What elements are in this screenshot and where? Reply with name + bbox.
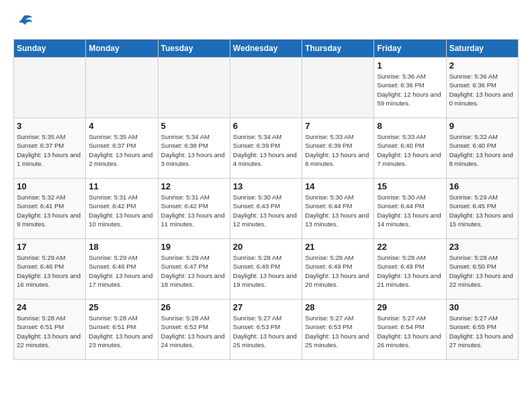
day-info: Sunrise: 5:28 AM Sunset: 6:48 PM Dayligh…: [233, 253, 299, 289]
calendar-cell: 26Sunrise: 5:28 AM Sunset: 6:52 PM Dayli…: [158, 300, 230, 360]
calendar-cell: 24Sunrise: 5:28 AM Sunset: 6:51 PM Dayli…: [14, 300, 86, 360]
weekday-header-monday: Monday: [86, 40, 158, 58]
day-number: 14: [305, 181, 371, 191]
day-info: Sunrise: 5:29 AM Sunset: 6:45 PM Dayligh…: [449, 193, 515, 228]
day-info: Sunrise: 5:28 AM Sunset: 6:49 PM Dayligh…: [305, 253, 371, 289]
calendar-cell: 14Sunrise: 5:30 AM Sunset: 6:44 PM Dayli…: [302, 179, 374, 239]
weekday-header-thursday: Thursday: [302, 40, 374, 58]
calendar-cell: 3Sunrise: 5:35 AM Sunset: 6:37 PM Daylig…: [14, 118, 86, 179]
day-number: 8: [377, 121, 443, 131]
weekday-header-friday: Friday: [374, 40, 446, 58]
calendar-cell: 13Sunrise: 5:30 AM Sunset: 6:43 PM Dayli…: [230, 179, 302, 239]
day-number: 5: [161, 121, 227, 131]
day-number: 25: [89, 302, 154, 312]
logo: [13, 13, 36, 32]
weekday-header-wednesday: Wednesday: [230, 40, 302, 58]
day-info: Sunrise: 5:27 AM Sunset: 6:53 PM Dayligh…: [233, 314, 299, 349]
day-number: 7: [305, 121, 371, 131]
calendar-cell: 10Sunrise: 5:32 AM Sunset: 6:41 PM Dayli…: [14, 179, 86, 239]
day-number: 30: [449, 302, 515, 312]
calendar-cell: 25Sunrise: 5:28 AM Sunset: 6:51 PM Dayli…: [86, 300, 158, 360]
day-info: Sunrise: 5:35 AM Sunset: 6:37 PM Dayligh…: [89, 132, 154, 168]
day-info: Sunrise: 5:32 AM Sunset: 6:40 PM Dayligh…: [449, 132, 515, 168]
calendar-cell: 29Sunrise: 5:27 AM Sunset: 6:54 PM Dayli…: [374, 300, 446, 360]
day-number: 15: [377, 181, 443, 191]
calendar-cell: 9Sunrise: 5:32 AM Sunset: 6:40 PM Daylig…: [446, 118, 518, 179]
day-number: 24: [17, 302, 83, 312]
day-info: Sunrise: 5:29 AM Sunset: 6:47 PM Dayligh…: [161, 253, 227, 289]
calendar-cell: 15Sunrise: 5:30 AM Sunset: 6:44 PM Dayli…: [374, 179, 446, 239]
day-number: 18: [89, 242, 154, 252]
day-info: Sunrise: 5:27 AM Sunset: 6:54 PM Dayligh…: [377, 314, 443, 349]
calendar-week-row: 1Sunrise: 5:36 AM Sunset: 6:36 PM Daylig…: [14, 58, 519, 118]
calendar-table: SundayMondayTuesdayWednesdayThursdayFrid…: [13, 39, 519, 360]
calendar-cell: [230, 58, 302, 118]
weekday-header-row: SundayMondayTuesdayWednesdayThursdayFrid…: [14, 40, 519, 58]
day-number: 9: [449, 121, 515, 131]
day-number: 23: [449, 242, 515, 252]
day-info: Sunrise: 5:29 AM Sunset: 6:46 PM Dayligh…: [17, 253, 83, 289]
day-number: 19: [161, 242, 227, 252]
day-info: Sunrise: 5:28 AM Sunset: 6:50 PM Dayligh…: [449, 253, 515, 289]
day-info: Sunrise: 5:33 AM Sunset: 6:40 PM Dayligh…: [377, 132, 443, 168]
day-number: 28: [305, 302, 371, 312]
day-number: 29: [377, 302, 443, 312]
weekday-header-tuesday: Tuesday: [158, 40, 230, 58]
day-info: Sunrise: 5:33 AM Sunset: 6:39 PM Dayligh…: [305, 132, 371, 168]
calendar-cell: 19Sunrise: 5:29 AM Sunset: 6:47 PM Dayli…: [158, 239, 230, 300]
day-info: Sunrise: 5:30 AM Sunset: 6:44 PM Dayligh…: [305, 193, 371, 228]
calendar-cell: 28Sunrise: 5:27 AM Sunset: 6:53 PM Dayli…: [302, 300, 374, 360]
calendar-cell: 2Sunrise: 5:36 AM Sunset: 6:36 PM Daylig…: [446, 58, 518, 118]
page-header: [13, 13, 519, 32]
calendar-cell: 21Sunrise: 5:28 AM Sunset: 6:49 PM Dayli…: [302, 239, 374, 300]
calendar-cell: 16Sunrise: 5:29 AM Sunset: 6:45 PM Dayli…: [446, 179, 518, 239]
day-number: 4: [89, 121, 154, 131]
day-info: Sunrise: 5:36 AM Sunset: 6:36 PM Dayligh…: [449, 72, 515, 107]
weekday-header-sunday: Sunday: [14, 40, 86, 58]
day-number: 13: [233, 181, 299, 191]
day-info: Sunrise: 5:30 AM Sunset: 6:44 PM Dayligh…: [377, 193, 443, 228]
calendar-cell: 20Sunrise: 5:28 AM Sunset: 6:48 PM Dayli…: [230, 239, 302, 300]
day-info: Sunrise: 5:30 AM Sunset: 6:43 PM Dayligh…: [233, 193, 299, 228]
calendar-week-row: 17Sunrise: 5:29 AM Sunset: 6:46 PM Dayli…: [14, 239, 519, 300]
day-number: 11: [89, 181, 154, 191]
calendar-cell: 11Sunrise: 5:31 AM Sunset: 6:42 PM Dayli…: [86, 179, 158, 239]
day-info: Sunrise: 5:32 AM Sunset: 6:41 PM Dayligh…: [17, 193, 83, 228]
calendar-cell: 23Sunrise: 5:28 AM Sunset: 6:50 PM Dayli…: [446, 239, 518, 300]
calendar-cell: 18Sunrise: 5:29 AM Sunset: 6:46 PM Dayli…: [86, 239, 158, 300]
day-number: 22: [377, 242, 443, 252]
day-number: 21: [305, 242, 371, 252]
logo-icon: [13, 13, 34, 32]
calendar-cell: 17Sunrise: 5:29 AM Sunset: 6:46 PM Dayli…: [14, 239, 86, 300]
calendar-cell: [158, 58, 230, 118]
day-info: Sunrise: 5:28 AM Sunset: 6:51 PM Dayligh…: [17, 314, 83, 349]
day-number: 3: [17, 121, 83, 131]
day-number: 20: [233, 242, 299, 252]
day-info: Sunrise: 5:35 AM Sunset: 6:37 PM Dayligh…: [17, 132, 83, 168]
day-info: Sunrise: 5:27 AM Sunset: 6:53 PM Dayligh…: [305, 314, 371, 349]
calendar-cell: 27Sunrise: 5:27 AM Sunset: 6:53 PM Dayli…: [230, 300, 302, 360]
calendar-cell: 8Sunrise: 5:33 AM Sunset: 6:40 PM Daylig…: [374, 118, 446, 179]
day-info: Sunrise: 5:27 AM Sunset: 6:55 PM Dayligh…: [449, 314, 515, 349]
day-info: Sunrise: 5:28 AM Sunset: 6:51 PM Dayligh…: [89, 314, 154, 349]
calendar-cell: 7Sunrise: 5:33 AM Sunset: 6:39 PM Daylig…: [302, 118, 374, 179]
calendar-cell: [86, 58, 158, 118]
calendar-cell: 6Sunrise: 5:34 AM Sunset: 6:39 PM Daylig…: [230, 118, 302, 179]
calendar-week-row: 10Sunrise: 5:32 AM Sunset: 6:41 PM Dayli…: [14, 179, 519, 239]
day-info: Sunrise: 5:34 AM Sunset: 6:38 PM Dayligh…: [161, 132, 227, 168]
weekday-header-saturday: Saturday: [446, 40, 518, 58]
day-number: 6: [233, 121, 299, 131]
calendar-cell: [302, 58, 374, 118]
day-number: 2: [449, 60, 515, 71]
day-number: 1: [377, 60, 443, 71]
calendar-cell: [14, 58, 86, 118]
day-info: Sunrise: 5:31 AM Sunset: 6:42 PM Dayligh…: [161, 193, 227, 228]
calendar-week-row: 24Sunrise: 5:28 AM Sunset: 6:51 PM Dayli…: [14, 300, 519, 360]
day-number: 17: [17, 242, 83, 252]
calendar-cell: 5Sunrise: 5:34 AM Sunset: 6:38 PM Daylig…: [158, 118, 230, 179]
day-number: 10: [17, 181, 83, 191]
calendar-cell: 12Sunrise: 5:31 AM Sunset: 6:42 PM Dayli…: [158, 179, 230, 239]
day-info: Sunrise: 5:28 AM Sunset: 6:49 PM Dayligh…: [377, 253, 443, 289]
calendar-week-row: 3Sunrise: 5:35 AM Sunset: 6:37 PM Daylig…: [14, 118, 519, 179]
day-number: 27: [233, 302, 299, 312]
